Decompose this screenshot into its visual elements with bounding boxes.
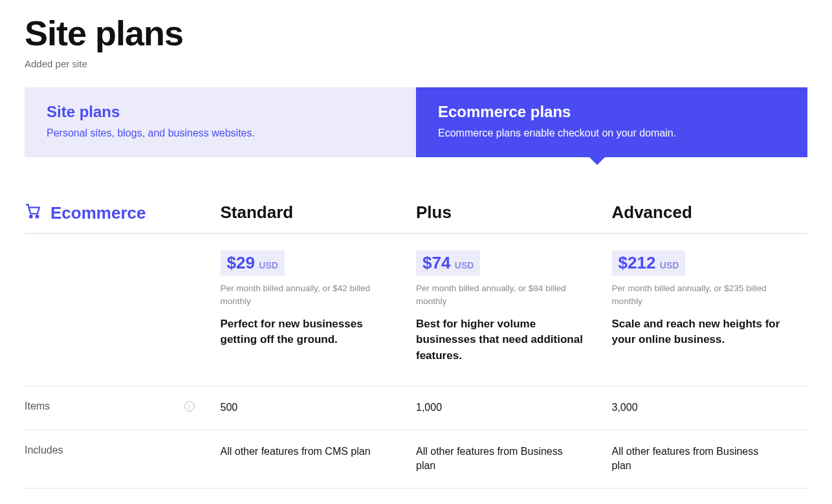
feature-includes-plus: All other features from Business plan (416, 444, 584, 474)
tab-site-plans-title: Site plans (47, 103, 394, 121)
price-currency-plus: USD (455, 260, 474, 270)
price-badge-standard: $29 USD (221, 250, 285, 276)
price-note-standard: Per month billed annually, or $42 billed… (221, 282, 389, 309)
tab-site-plans[interactable]: Site plans Personal sites, blogs, and bu… (25, 87, 416, 157)
price-badge-advanced: $212 USD (612, 250, 686, 276)
section-label-text: Ecommerce (50, 203, 146, 223)
price-currency-standard: USD (259, 260, 278, 270)
tab-ecommerce-plans[interactable]: Ecommerce plans Ecommerce plans enable c… (416, 87, 807, 157)
plan-name-standard: Standard (221, 203, 417, 223)
plan-tabs: Site plans Personal sites, blogs, and bu… (25, 87, 807, 157)
price-note-advanced: Per month billed annually, or $235 bille… (612, 282, 780, 309)
cart-icon (25, 203, 41, 224)
tab-site-plans-desc: Personal sites, blogs, and business webs… (47, 127, 394, 139)
header-row: Ecommerce Standard Plus Advanced (25, 203, 807, 234)
plan-name-plus: Plus (416, 203, 612, 223)
price-amount-plus: $74 (422, 253, 450, 272)
price-note-plus: Per month billed annually, or $84 billed… (416, 282, 584, 309)
feature-label-includes: Includes (25, 444, 63, 456)
section-label: Ecommerce (25, 203, 221, 224)
feature-items-plus: 1,000 (416, 400, 584, 415)
pricing-table: Ecommerce Standard Plus Advanced $29 USD… (25, 203, 807, 488)
price-amount-advanced: $212 (619, 253, 656, 272)
tab-ecommerce-plans-title: Ecommerce plans (438, 103, 785, 121)
feature-includes-advanced: All other features from Business plan (612, 444, 780, 474)
price-amount-standard: $29 (227, 253, 255, 272)
price-badge-plus: $74 USD (416, 250, 480, 276)
feature-row-includes: Includes All other features from CMS pla… (25, 430, 807, 488)
price-currency-advanced: USD (660, 260, 679, 270)
page-subtitle: Added per site (25, 58, 807, 69)
feature-includes-standard: All other features from CMS plan (221, 444, 389, 459)
plan-name-advanced: Advanced (612, 203, 808, 223)
svg-point-1 (36, 215, 38, 217)
page-title: Site plans (25, 13, 807, 53)
feature-items-standard: 500 (221, 400, 389, 415)
plan-desc-plus: Best for higher volume businesses that n… (416, 316, 597, 364)
plan-desc-standard: Perfect for new businesses getting off t… (221, 316, 402, 348)
price-row: $29 USD Per month billed annually, or $4… (25, 234, 807, 386)
svg-point-0 (30, 215, 32, 217)
plan-desc-advanced: Scale and reach new heights for your onl… (612, 316, 793, 348)
feature-label-items: Items (25, 400, 50, 412)
tab-ecommerce-plans-desc: Ecommerce plans enable checkout on your … (438, 127, 785, 139)
info-icon[interactable]: i (184, 401, 195, 411)
feature-items-advanced: 3,000 (612, 400, 780, 415)
feature-row-items: Items i 500 1,000 3,000 (25, 386, 807, 430)
